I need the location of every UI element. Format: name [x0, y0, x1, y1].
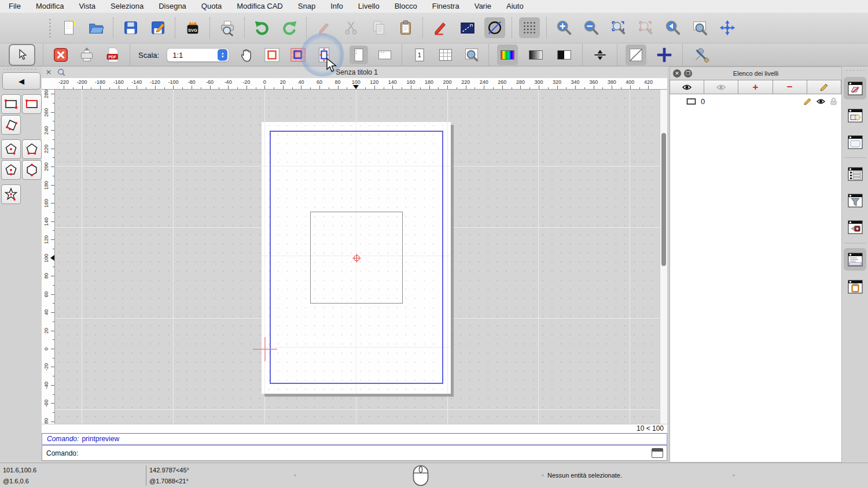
dock-command-options-button[interactable]: [844, 216, 866, 238]
delete-icon: [315, 19, 333, 36]
print-preview-button[interactable]: [217, 17, 238, 38]
new-document-button[interactable]: [58, 17, 79, 38]
dock-command-line-button[interactable]: [844, 248, 866, 271]
remove-layer-button[interactable]: −: [773, 80, 807, 94]
menu-quota[interactable]: Quota: [194, 0, 229, 13]
open-file-button[interactable]: [86, 17, 106, 38]
redo-icon: [281, 19, 298, 36]
landscape-button[interactable]: [376, 46, 394, 64]
rectangle-rotated-tool[interactable]: [1, 115, 21, 135]
redo-button[interactable]: [279, 17, 300, 38]
hide-all-layers-button[interactable]: [704, 80, 738, 94]
settings-button[interactable]: [691, 45, 712, 65]
tiled-pages-button[interactable]: [289, 46, 307, 64]
dock-drag-handle[interactable]: [845, 69, 865, 72]
show-all-layers-button[interactable]: [670, 80, 704, 94]
line-width-scaling-button[interactable]: [591, 46, 609, 64]
grayscale-mode-button[interactable]: [525, 45, 546, 65]
zoom-out-button[interactable]: [581, 17, 602, 38]
polygon-center-tangent-tool[interactable]: [1, 160, 21, 180]
dock-layer-list-button[interactable]: [844, 77, 866, 99]
close-preview-button[interactable]: [52, 46, 70, 64]
print-button[interactable]: [78, 46, 96, 64]
multi-page-button[interactable]: [436, 46, 455, 64]
toolbar-drag-handle[interactable]: [49, 18, 52, 38]
scale-select[interactable]: 1:1 ▲▼: [167, 48, 229, 62]
snap-grid-button[interactable]: [519, 17, 540, 38]
single-page-button[interactable]: 1: [410, 46, 429, 64]
polygon-center-corner-tool[interactable]: [1, 139, 21, 159]
menu-modifica-cad[interactable]: Modifica CAD: [229, 0, 290, 13]
export-pdf-button[interactable]: PDF: [104, 46, 122, 64]
zoom-page-button[interactable]: [462, 46, 481, 64]
menu-modifica[interactable]: Modifica: [28, 0, 71, 13]
menu-seleziona[interactable]: Seleziona: [103, 0, 151, 13]
scrollbar-thumb[interactable]: [661, 133, 666, 266]
zoom-window-button[interactable]: [690, 17, 711, 38]
layer-visibility-icon[interactable]: [816, 98, 826, 105]
delete-entities-button[interactable]: [314, 17, 334, 38]
blackwhite-mode-button[interactable]: [554, 45, 575, 65]
color-mode-button[interactable]: [497, 45, 518, 65]
command-window-toggle-icon[interactable]: [652, 448, 663, 458]
dock-library-browser-button[interactable]: [844, 131, 866, 153]
save-button[interactable]: [120, 17, 141, 38]
star-tool[interactable]: [1, 184, 21, 204]
dock-clipboard-button[interactable]: [844, 275, 866, 298]
command-input[interactable]: [80, 449, 652, 458]
zoom-auto-button[interactable]: [608, 17, 629, 38]
drawing-canvas[interactable]: [55, 90, 660, 424]
undo-button[interactable]: [252, 17, 273, 38]
edit-layer-button[interactable]: [807, 80, 841, 94]
menu-varie[interactable]: Varie: [467, 0, 499, 13]
dock-block-list-button[interactable]: [844, 104, 866, 127]
zoom-pan-button[interactable]: [717, 17, 738, 38]
menu-finestra[interactable]: Finestra: [425, 0, 467, 13]
zoom-back-button[interactable]: [663, 17, 683, 38]
copy-button[interactable]: [368, 17, 389, 38]
zoom-previous-button[interactable]: [635, 17, 656, 38]
pen-edit-button[interactable]: [430, 17, 451, 38]
toggle-crosshair-button[interactable]: [654, 45, 675, 65]
dock-named-views-button[interactable]: [844, 162, 866, 185]
history-command: printpreview: [82, 435, 119, 443]
ruler-tick: [51, 403, 54, 404]
pan-hand-button[interactable]: [237, 46, 255, 64]
rectangle-2corners-tool[interactable]: [1, 94, 21, 114]
zoom-back-icon: [664, 19, 682, 36]
menu-file[interactable]: File: [9, 0, 28, 13]
zoom-in-button[interactable]: [554, 17, 575, 38]
menu-blocco[interactable]: Blocco: [387, 0, 425, 13]
draft-mode-button[interactable]: [626, 45, 646, 65]
layer-row[interactable]: 0: [670, 95, 841, 108]
export-svg-button[interactable]: SVG: [182, 17, 203, 38]
menu-disegna[interactable]: Disegna: [151, 0, 194, 13]
polygon-2corners-tool[interactable]: [22, 139, 42, 159]
save-as-button[interactable]: [148, 17, 168, 38]
paste-button[interactable]: [395, 17, 416, 38]
add-layer-button[interactable]: +: [738, 80, 773, 94]
paper-borders-button[interactable]: [263, 46, 281, 64]
fit-to-page-button[interactable]: [315, 46, 333, 64]
menu-snap[interactable]: Snap: [290, 0, 323, 13]
layer-lock-icon[interactable]: [830, 97, 837, 106]
select-pointer-button[interactable]: [9, 44, 35, 66]
menu-vista[interactable]: Vista: [71, 0, 103, 13]
polygon-2corners-icon: [24, 141, 40, 157]
vertical-scrollbar[interactable]: [660, 90, 667, 424]
dock-selection-filter-button[interactable]: [844, 189, 866, 212]
panel-drag-handle[interactable]: [2, 68, 38, 71]
layer-edit-pencil-icon[interactable]: [803, 97, 812, 106]
portrait-button[interactable]: [350, 46, 368, 64]
polygon-side-tool[interactable]: [22, 160, 42, 180]
menu-aiuto[interactable]: Aiuto: [499, 0, 531, 13]
zoom-window-icon: [692, 19, 709, 36]
cut-button[interactable]: [341, 17, 362, 38]
rectangle-sides-tool[interactable]: [22, 94, 42, 114]
line-attributes-button[interactable]: [457, 17, 478, 38]
menu-info[interactable]: Info: [323, 0, 351, 13]
menu-livello[interactable]: Livello: [351, 0, 387, 13]
circle-attributes-button[interactable]: [484, 17, 505, 38]
mouse-hints-icon: [413, 465, 429, 486]
tools-back-button[interactable]: ◀: [2, 72, 41, 90]
